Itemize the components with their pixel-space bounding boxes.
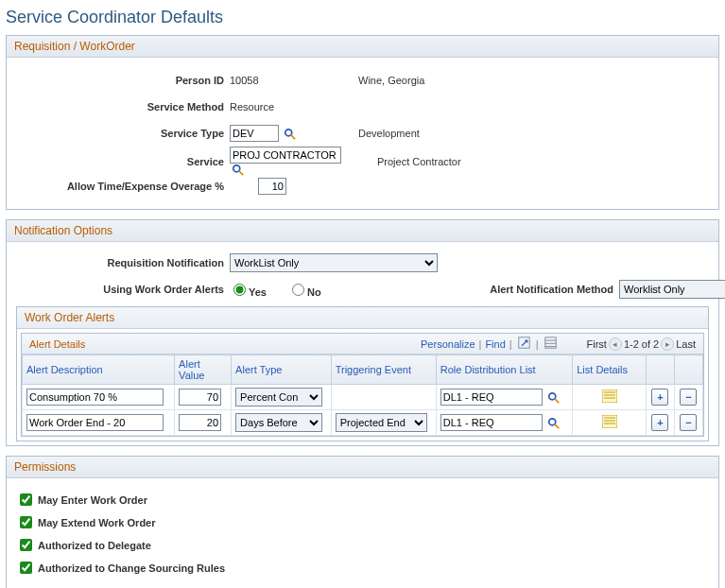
yes-label: Yes bbox=[249, 286, 267, 298]
service-desc: Project Contractor bbox=[358, 156, 547, 167]
overage-input[interactable] bbox=[258, 178, 286, 195]
alert-details-title: Alert Details bbox=[29, 338, 85, 350]
req-notif-label: Requisition Notification bbox=[16, 257, 224, 268]
work-order-alerts-title: Work Order Alerts bbox=[17, 307, 708, 329]
svg-point-9 bbox=[549, 393, 556, 400]
auth-delegate-checkbox[interactable] bbox=[20, 539, 32, 551]
add-row-button[interactable]: + bbox=[651, 414, 668, 431]
alert-desc-input[interactable] bbox=[26, 389, 164, 406]
prev-icon[interactable]: ◂ bbox=[609, 337, 622, 351]
col-desc[interactable]: Alert Description bbox=[23, 355, 175, 385]
trigger-cell bbox=[331, 385, 436, 410]
add-row-button[interactable]: + bbox=[651, 389, 668, 406]
person-name: Wine, Georgia bbox=[358, 75, 547, 86]
service-method-value: Resource bbox=[230, 101, 353, 112]
trigger-select[interactable]: Projected End bbox=[336, 413, 427, 432]
auth-change-sourcing-label: Authorized to Change Sourcing Rules bbox=[38, 562, 225, 574]
first-label: First bbox=[587, 338, 607, 350]
person-id-value: 10058 bbox=[230, 75, 353, 86]
list-details-icon[interactable] bbox=[602, 415, 617, 428]
may-enter-wo-checkbox[interactable] bbox=[20, 493, 32, 506]
permissions-header: Permissions bbox=[7, 457, 718, 478]
lookup-icon[interactable] bbox=[232, 164, 245, 177]
alert-value-input[interactable] bbox=[179, 414, 221, 431]
find-link[interactable]: Find bbox=[485, 338, 505, 350]
svg-point-0 bbox=[285, 130, 292, 136]
service-type-input[interactable] bbox=[230, 125, 279, 142]
svg-line-3 bbox=[239, 171, 243, 175]
lookup-icon[interactable] bbox=[547, 391, 561, 405]
svg-line-1 bbox=[291, 135, 295, 139]
delete-row-button[interactable]: − bbox=[680, 414, 697, 431]
overage-label: Allow Time/Expense Overage % bbox=[16, 181, 224, 192]
req-notif-select[interactable]: WorkList Only bbox=[230, 253, 438, 272]
svg-rect-17 bbox=[602, 415, 617, 428]
col-list[interactable]: List Details bbox=[573, 355, 647, 385]
alert-type-select[interactable]: Days Before bbox=[235, 413, 322, 432]
col-type[interactable]: Alert Type bbox=[232, 355, 332, 385]
alert-details-table: Alert Description Alert Value Alert Type… bbox=[22, 355, 703, 436]
svg-line-16 bbox=[555, 424, 559, 428]
requisition-header: Requisition / WorkOrder bbox=[7, 36, 718, 58]
rdl-input[interactable] bbox=[440, 414, 543, 431]
may-enter-wo-label: May Enter Work Order bbox=[38, 494, 147, 506]
auth-change-sourcing-checkbox[interactable] bbox=[20, 562, 32, 574]
list-details-icon[interactable] bbox=[602, 389, 617, 403]
person-id-label: Person ID bbox=[16, 75, 224, 86]
alert-details-grid: Alert Details Personalize | Find | | Fir… bbox=[21, 333, 704, 437]
alert-type-select[interactable]: Percent Con bbox=[235, 388, 322, 406]
last-label: Last bbox=[676, 338, 696, 350]
svg-line-10 bbox=[555, 399, 559, 403]
next-icon[interactable]: ▸ bbox=[661, 337, 674, 351]
table-row: Days Before Projected End bbox=[23, 410, 703, 436]
alert-method-select[interactable]: Worklist Only bbox=[619, 280, 725, 299]
using-alerts-no[interactable] bbox=[292, 284, 304, 296]
notification-group: Notification Options Requisition Notific… bbox=[6, 219, 719, 446]
col-value[interactable]: Alert Value bbox=[175, 355, 232, 385]
page-title: Service Coordinator Defaults bbox=[6, 6, 719, 29]
col-rdl[interactable]: Role Distribution List bbox=[436, 355, 572, 385]
using-alerts-yes[interactable] bbox=[233, 284, 246, 296]
may-extend-wo-checkbox[interactable] bbox=[20, 516, 32, 528]
service-method-label: Service Method bbox=[16, 101, 224, 112]
table-row: Percent Con bbox=[23, 385, 703, 410]
using-alerts-label: Using Work Order Alerts bbox=[16, 284, 224, 295]
alert-method-label: Alert Notification Method bbox=[453, 284, 613, 295]
requisition-group: Requisition / WorkOrder Person ID 10058 … bbox=[6, 35, 719, 210]
alert-value-input[interactable] bbox=[179, 389, 221, 406]
svg-point-15 bbox=[549, 419, 556, 425]
service-type-desc: Development bbox=[358, 128, 547, 139]
notification-header: Notification Options bbox=[7, 220, 718, 242]
service-input[interactable] bbox=[230, 147, 341, 164]
lookup-icon[interactable] bbox=[284, 128, 297, 141]
service-type-label: Service Type bbox=[16, 128, 224, 139]
col-trigger[interactable]: Triggering Event bbox=[331, 355, 436, 385]
range-label: 1-2 of 2 bbox=[624, 338, 659, 350]
rdl-input[interactable] bbox=[440, 389, 543, 406]
view-all-icon[interactable] bbox=[544, 337, 557, 351]
zoom-icon[interactable] bbox=[518, 337, 530, 351]
may-extend-wo-label: May Extend Work Order bbox=[38, 517, 156, 528]
svg-rect-11 bbox=[602, 389, 617, 403]
delete-row-button[interactable]: − bbox=[680, 389, 697, 406]
svg-point-2 bbox=[233, 165, 240, 172]
permissions-group: Permissions May Enter Work Order May Ext… bbox=[6, 456, 719, 588]
lookup-icon[interactable] bbox=[547, 417, 561, 430]
alert-desc-input[interactable] bbox=[26, 414, 164, 431]
personalize-link[interactable]: Personalize bbox=[421, 338, 475, 350]
no-label: No bbox=[307, 286, 321, 298]
auth-delegate-label: Authorized to Delegate bbox=[38, 540, 151, 551]
service-label: Service bbox=[16, 156, 224, 167]
work-order-alerts-grid: Work Order Alerts Alert Details Personal… bbox=[16, 306, 709, 441]
